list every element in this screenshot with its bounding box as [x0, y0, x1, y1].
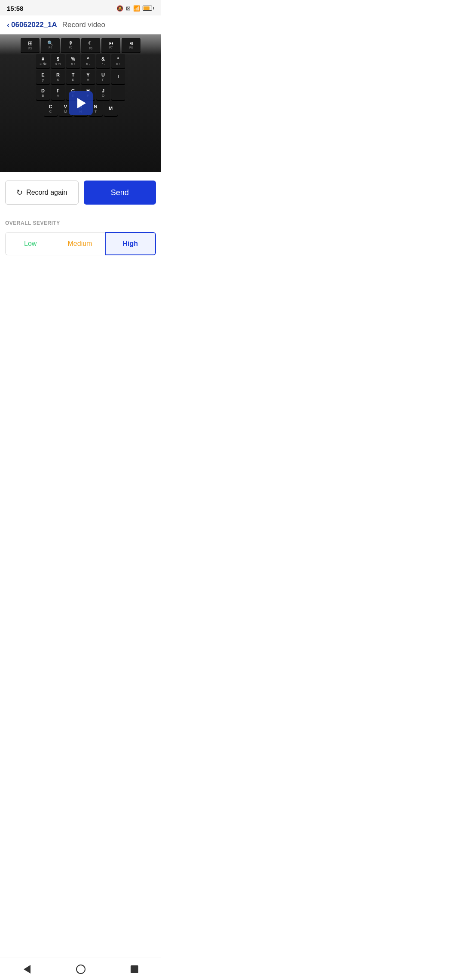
severity-section: OVERALL SEVERITY Low Medium High — [0, 213, 161, 266]
wifi-icon: 📶 — [133, 5, 140, 12]
chevron-left-icon: ‹ — [7, 21, 9, 29]
send-label: Send — [111, 188, 129, 197]
action-buttons-row: ↻ Record again Send — [0, 172, 161, 213]
severity-medium-label: Medium — [68, 240, 92, 247]
status-bar: 15:58 🔕 ⊠ 📶 — [0, 0, 161, 15]
severity-low-label: Low — [24, 240, 37, 247]
video-player[interactable]: ⊞F3 🔍F4 🎙F5 ☾F6 ⏮F7 ⏯F8 #3 № $4 % %5 : ^… — [0, 34, 161, 172]
nav-bar: ‹ 06062022_1A Record video — [0, 15, 161, 34]
status-icons: 🔕 ⊠ 📶 — [116, 5, 154, 12]
send-button[interactable]: Send — [84, 181, 156, 205]
page-title: Record video — [62, 21, 105, 29]
record-again-button[interactable]: ↻ Record again — [5, 181, 79, 205]
refresh-icon: ↻ — [16, 188, 23, 197]
battery-icon — [143, 6, 154, 11]
bell-mute-icon: 🔕 — [116, 5, 123, 12]
record-again-label: Record again — [26, 189, 67, 196]
close-icon: ⊠ — [126, 5, 131, 12]
severity-section-label: OVERALL SEVERITY — [5, 220, 156, 226]
status-time: 15:58 — [7, 5, 23, 12]
severity-high-label: High — [123, 240, 138, 247]
severity-options: Low Medium High — [5, 232, 156, 255]
nav-back-title: 06062022_1A — [11, 21, 57, 29]
severity-high-button[interactable]: High — [105, 232, 156, 255]
severity-low-button[interactable]: Low — [5, 232, 55, 255]
play-button[interactable] — [69, 91, 93, 115]
severity-medium-button[interactable]: Medium — [55, 232, 104, 255]
back-button[interactable]: ‹ 06062022_1A — [7, 21, 57, 29]
play-icon — [77, 98, 86, 108]
